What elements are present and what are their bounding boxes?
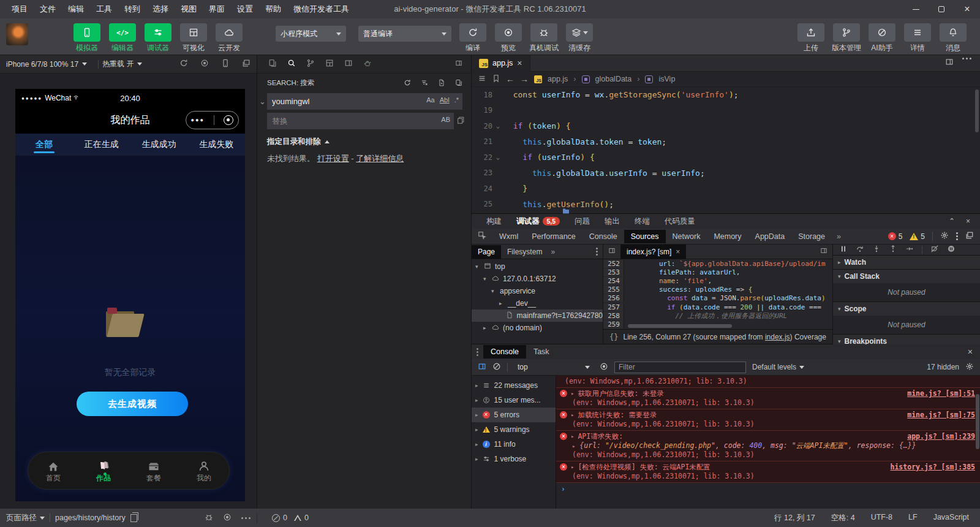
widgets-icon[interactable] (325, 59, 334, 69)
devtools-tab-Wxml[interactable]: Wxml (492, 230, 525, 243)
collapse-drawer-icon[interactable]: ⌃ (949, 217, 955, 226)
match-case-icon[interactable]: Aa (426, 96, 434, 104)
tabbar-item-作品[interactable]: 作品 (78, 460, 129, 482)
mode-select[interactable]: 小程序模式 (276, 26, 346, 42)
current-page-path[interactable]: pages/history/history (55, 514, 126, 522)
refresh-search-icon[interactable] (404, 79, 411, 88)
panel-tab-终端[interactable]: 终端 (628, 215, 656, 228)
clear-console-icon[interactable] (492, 362, 501, 373)
deactivate-breakpoints-icon[interactable] (930, 245, 939, 255)
panel-tab-代码质量[interactable]: 代码质量 (658, 215, 701, 228)
maximize-button[interactable] (929, 0, 954, 18)
breadcrumb-symbol[interactable]: globalData (595, 75, 632, 83)
devtools-tab-Memory[interactable]: Memory (707, 230, 748, 243)
split-editor-icon[interactable] (945, 58, 954, 69)
console-sidebar-toggle-icon[interactable] (478, 362, 486, 373)
toolbar-调试器-button[interactable]: 调试器 (143, 23, 173, 53)
toolbar-云开发-button[interactable]: 云开发 (214, 23, 244, 53)
language-mode[interactable]: JavaScript (933, 513, 969, 523)
more-tabs-icon[interactable]: » (832, 232, 846, 241)
console-tab-Task[interactable]: Task (526, 345, 557, 358)
multi-window-icon[interactable] (242, 59, 251, 69)
console-filter-22 messages[interactable]: ▸ 22 messages (472, 378, 556, 393)
menu-转到[interactable]: 转到 (119, 2, 146, 17)
console-tab-Console[interactable]: Console (483, 345, 526, 358)
bookmark-icon[interactable] (492, 74, 500, 85)
open-settings-link[interactable]: 打开设置 (317, 154, 349, 163)
more-actions-icon[interactable] (962, 58, 971, 69)
source-location-link[interactable]: app.js? [sm]:239 (907, 432, 975, 441)
tree-item[interactable]: ▸ __dev__ (472, 297, 603, 309)
source-control-icon[interactable] (306, 59, 315, 69)
section-header[interactable]: ▾ Scope (833, 302, 980, 316)
capsule-menu[interactable]: ●●● (186, 111, 239, 129)
filter-tab-生成成功[interactable]: 生成成功 (130, 134, 188, 156)
console-filter-11 info[interactable]: ▸ i 11 info (472, 437, 556, 452)
user-avatar[interactable] (6, 23, 28, 45)
editor-tab-appjs[interactable]: JS app.js × (472, 55, 530, 72)
tabbar-item-首页[interactable]: 首页 (28, 460, 78, 482)
search-icon[interactable] (287, 59, 296, 69)
menu-编辑[interactable]: 编辑 (62, 2, 89, 17)
encoding[interactable]: UTF-8 (871, 513, 892, 523)
menu-帮助[interactable]: 帮助 (260, 2, 287, 17)
menu-视图[interactable]: 视图 (175, 2, 202, 17)
section-header[interactable]: ▸ Watch (833, 256, 980, 269)
panel-tab-输出[interactable]: 输出 (598, 215, 626, 228)
console-prompt[interactable]: › (556, 483, 980, 495)
navigator-toggle-icon[interactable] (603, 247, 620, 256)
collapse-all-icon[interactable] (455, 79, 462, 88)
navigator-tab-Page[interactable]: Page (472, 245, 501, 259)
close-tab-icon[interactable]: × (676, 248, 680, 256)
console-error-message[interactable]: × ▸ API请求失败: app.js? [sm]:239 ▸ {url: "/… (556, 431, 980, 461)
device-selector[interactable]: iPhone 6/7/8 100% 17 (6, 60, 94, 69)
close-button[interactable]: × (954, 0, 980, 18)
toolbar-模拟器-button[interactable]: 模拟器 (72, 23, 102, 53)
problems-counter[interactable]: 0 0 (272, 514, 309, 522)
console-scrollbar[interactable] (976, 394, 979, 449)
compile-mode-select[interactable]: 普通编译 (358, 26, 451, 42)
horizontal-scrollbar[interactable] (628, 324, 732, 328)
console-filter-15 user mes...[interactable]: ▸ 15 user mes... (472, 393, 556, 408)
toolbar-预览-button[interactable]: 预览 (494, 23, 523, 53)
nav-back-icon[interactable]: ← (506, 74, 514, 84)
inspect-element-icon[interactable] (472, 231, 492, 241)
expand-icon[interactable]: ▸ (571, 433, 574, 439)
error-counter[interactable]: ×5 (888, 232, 903, 241)
console-messages[interactable]: (env: Windows,mp,1.06.2310071; lib: 3.10… (556, 376, 980, 509)
toolbar-详情-button[interactable]: 详情 (903, 23, 932, 53)
tabbar-item-套餐[interactable]: 套餐 (129, 460, 179, 482)
tea-icon[interactable] (363, 59, 372, 69)
menu-设置[interactable]: 设置 (232, 2, 258, 17)
toolbar-真机调试-button[interactable]: 真机调试 (529, 23, 559, 53)
tabbar-item-我的[interactable]: 我的 (179, 460, 229, 482)
console-settings-icon[interactable] (965, 362, 974, 373)
phone-frame-icon[interactable] (221, 59, 230, 69)
toolbar-可视化-button[interactable]: 可视化 (179, 23, 208, 53)
devtools-menu-icon[interactable] (956, 232, 958, 240)
source-location-link[interactable]: mine.js? [sm]:75 (907, 411, 975, 419)
toolbar-清缓存-button[interactable]: 清缓存 (565, 23, 594, 53)
panel-tab-构建[interactable]: 构建 (480, 215, 508, 228)
menu-选择[interactable]: 选择 (147, 2, 174, 17)
warning-counter[interactable]: 5 (910, 232, 925, 241)
toolbar-编辑器-button[interactable]: </> 编辑器 (108, 23, 137, 53)
preserve-case-icon[interactable]: AB (441, 116, 450, 123)
devtools-settings-icon[interactable] (940, 231, 949, 241)
console-filter-input[interactable] (614, 362, 746, 373)
undock-icon[interactable] (965, 231, 974, 241)
include-exclude-toggle[interactable]: 指定目录和排除 (267, 137, 461, 147)
pause-icon[interactable] (839, 245, 848, 255)
devtools-tab-Storage[interactable]: Storage (791, 230, 832, 243)
devtools-tab-Console[interactable]: Console (582, 230, 624, 243)
toolbar-版本管理-button[interactable]: 版本管理 (832, 23, 861, 53)
console-filter-5 errors[interactable]: ▸ × 5 errors (472, 408, 556, 422)
source-location-link[interactable]: mine.js? [sm]:51 (907, 389, 975, 398)
stop-icon[interactable] (200, 59, 209, 69)
step-out-icon[interactable] (889, 245, 897, 255)
hot-reload-toggle[interactable]: 热重载 开 (102, 59, 149, 69)
path-mode-select[interactable]: 页面路径 (6, 513, 45, 523)
devtools-tab-AppData[interactable]: AppData (748, 230, 792, 243)
menu-工具[interactable]: 工具 (91, 2, 118, 17)
levels-select[interactable]: Default levels (752, 363, 804, 371)
